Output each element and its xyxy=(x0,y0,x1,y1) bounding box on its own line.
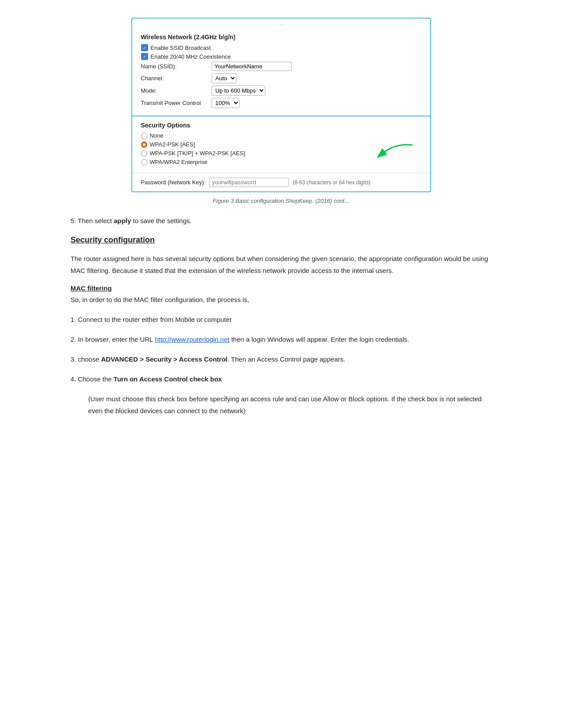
radio-none-row: None xyxy=(141,132,421,139)
step5-bold: apply xyxy=(114,217,131,224)
mac-step4-bold: Turn on Access Control check box xyxy=(114,375,222,383)
password-section: Password (Network Key): (8-63 characters… xyxy=(132,173,430,191)
mac-intro-text: So, in order to do the MAC filter config… xyxy=(71,294,491,306)
channel-row: Channel: Auto xyxy=(141,73,421,83)
mac-filtering-heading: MAC filtering xyxy=(71,284,491,292)
radio-wpa2-label: WPA2-PSK [AES] xyxy=(150,141,195,148)
checkbox-ssid-row: ✓ Enable SSID Broadcast xyxy=(141,44,421,51)
mac-step2-post: then a login Windows will appear. Enter … xyxy=(229,336,409,343)
mac-step4-indent-text: (User must choose this check box before … xyxy=(88,395,482,414)
mac-step3-bold: ADVANCED > Security > Access Control xyxy=(101,355,227,363)
mode-label: Mode: xyxy=(141,87,212,94)
radio-none-icon[interactable] xyxy=(141,133,147,139)
radio-wpa2-icon[interactable] xyxy=(141,142,147,148)
mac-step2-pre: 2. In browser, enter the URL xyxy=(71,336,155,343)
radio-wpa-tkip-icon[interactable] xyxy=(141,150,147,157)
password-label: Password (Network Key): xyxy=(141,179,206,186)
checkbox-coex-label: Enable 20/40 MHz Coexistence xyxy=(151,53,231,60)
channel-select[interactable]: Auto xyxy=(212,73,237,83)
security-options-section: Security Options None WPA2-PSK [AES] WPA… xyxy=(132,116,430,173)
transmit-row: Transmit Power Control 100% xyxy=(141,98,421,108)
checkbox-ssid-label: Enable SSID Broadcast xyxy=(151,45,211,51)
checkbox-coex-row: ✓ Enable 20/40 MHz Coexistence xyxy=(141,53,421,60)
channel-label: Channel: xyxy=(141,75,212,82)
radio-none-label: None xyxy=(150,132,164,139)
figure-caption: Figure 3 Basic configuration ShopKeep. (… xyxy=(71,198,491,204)
mac-step4-pre: 4. Choose the xyxy=(71,375,114,383)
radio-enterprise-icon[interactable] xyxy=(141,159,147,165)
checkbox-coex-icon: ✓ xyxy=(141,53,148,60)
mode-select[interactable]: Up to 600 Mbps xyxy=(212,86,265,96)
password-input[interactable] xyxy=(209,178,289,187)
router-screenshot: . . . Wireless Network (2.4GHz b/g/n) ✓ … xyxy=(131,18,431,192)
name-label: Name (SSID): xyxy=(141,63,212,70)
mode-row: Mode: Up to 600 Mbps xyxy=(141,86,421,96)
transmit-select[interactable]: 100% xyxy=(212,98,240,108)
password-hint: (8-63 characters or 64 hex digits) xyxy=(293,179,370,186)
arrow-annotation xyxy=(373,141,417,164)
name-input[interactable] xyxy=(212,62,292,71)
transmit-label: Transmit Power Control xyxy=(141,100,212,106)
checkbox-ssid-icon: ✓ xyxy=(141,44,148,51)
security-config-heading: Security configuration xyxy=(71,235,491,245)
mac-step3: 3. choose ADVANCED > Security > Access C… xyxy=(71,353,491,365)
radio-wpa-tkip-label: WPA-PSK [TKIP] + WPA2-PSK [AES] xyxy=(150,150,246,157)
mac-step4-indent: (User must choose this check box before … xyxy=(88,393,491,417)
mac-step2-url[interactable]: http://www.routerlogin.net xyxy=(155,336,229,343)
mac-step2: 2. In browser, enter the URL http://www.… xyxy=(71,333,491,345)
header-dots: . . . xyxy=(132,19,430,28)
name-row: Name (SSID): xyxy=(141,62,421,71)
step5-text: 5. Then select apply to save the setting… xyxy=(71,215,491,227)
mac-step3-post: . Then an Access Control page appears. xyxy=(227,355,345,363)
wireless-title: Wireless Network (2.4GHz b/g/n) xyxy=(141,34,421,41)
radio-enterprise-label: WPA/WPA2 Enterprise xyxy=(150,159,208,165)
security-options-title: Security Options xyxy=(141,122,421,129)
security-config-paragraph: The router assigned here is has several … xyxy=(71,253,491,276)
wireless-section: Wireless Network (2.4GHz b/g/n) ✓ Enable… xyxy=(132,28,430,116)
mac-step3-pre: 3. choose xyxy=(71,355,101,363)
mac-step4: 4. Choose the Turn on Access Control che… xyxy=(71,373,491,385)
mac-step1: 1. Connect to the router either from Mob… xyxy=(71,314,491,325)
